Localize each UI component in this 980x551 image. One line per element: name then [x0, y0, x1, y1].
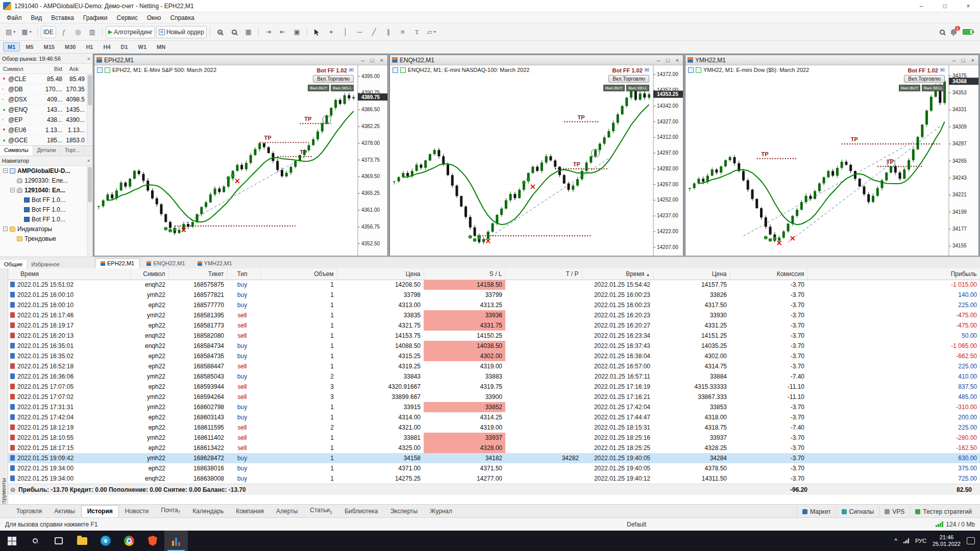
history-column-3[interactable]: Тип: [227, 268, 260, 280]
ide-button[interactable]: IDE: [41, 26, 56, 38]
tray-expand-icon[interactable]: ^: [894, 537, 897, 544]
taskbar-search-button[interactable]: [23, 531, 47, 551]
timeframe-H4[interactable]: H4: [99, 42, 115, 52]
navigator-tab-Общие[interactable]: Общие: [0, 260, 27, 268]
chart-template-button[interactable]: ▦▾: [19, 26, 34, 38]
history-row[interactable]: 2022.01.25 17:07:05 eph22 168593944 sell…: [8, 382, 980, 392]
menu-1[interactable]: Вид: [27, 13, 47, 22]
tree-expander-icon[interactable]: −: [3, 168, 8, 173]
algo-trading-button[interactable]: ▶Алготрейдинг: [106, 26, 155, 38]
menu-0[interactable]: Файл: [2, 13, 27, 22]
channel-tool-button[interactable]: ∥: [382, 26, 395, 38]
toolbox-tab-История[interactable]: История: [81, 505, 119, 517]
market-watch-row[interactable]: ▼@EU6 1.13... 1.13...: [0, 125, 92, 135]
zoom-out-button[interactable]: –: [228, 26, 241, 38]
exit-buy-button[interactable]: Вых.BUY: [603, 85, 625, 91]
chart-tab-YMH22,M1[interactable]: YMH22,M1: [192, 258, 238, 268]
navigator-item[interactable]: − 1291040: Ел...: [0, 185, 92, 195]
chart-minimize-button[interactable]: –: [950, 57, 958, 63]
chart-close-button[interactable]: ×: [674, 57, 681, 63]
task-view-button[interactable]: [47, 531, 70, 551]
tree-expander-icon[interactable]: −: [3, 227, 8, 231]
mail-icon[interactable]: ✉: [645, 67, 649, 73]
history-row[interactable]: 2022.01.25 17:07:02 ymh22 168594264 sell…: [8, 392, 980, 402]
history-row[interactable]: 2022.01.25 16:00:10 eph22 168577770 buy …: [8, 300, 980, 310]
chrome-icon[interactable]: [117, 531, 141, 551]
tree-expander-icon[interactable]: −: [10, 188, 15, 192]
chart-restore-button[interactable]: □: [960, 57, 967, 63]
timeframe-M15[interactable]: M15: [39, 42, 59, 52]
toolbox-tab-Алерты[interactable]: Алерты: [270, 505, 304, 517]
maximize-button[interactable]: □: [933, 0, 957, 12]
zoom-in-button[interactable]: +: [213, 26, 227, 38]
chart-close-button[interactable]: ×: [378, 57, 385, 63]
panel-button-Маркет[interactable]: Маркет: [797, 506, 836, 517]
navigator-item[interactable]: − Индикаторы: [0, 224, 92, 234]
toolbox-tab-Календарь[interactable]: Календарь: [187, 505, 230, 517]
brave-icon[interactable]: [141, 531, 164, 551]
history-row[interactable]: 2022.01.25 19:34:00 eph22 168638016 buy …: [8, 463, 980, 473]
status-profile[interactable]: Default: [627, 521, 646, 528]
market-watch-row[interactable]: ▪@DSX 409... 4098.5: [0, 94, 92, 105]
toolbox-tab-Эксперты[interactable]: Эксперты: [384, 505, 424, 517]
history-column-11[interactable]: Прибыль: [807, 268, 980, 280]
timeframe-M30[interactable]: M30: [60, 42, 80, 52]
market-watch-close-icon[interactable]: ×: [87, 56, 90, 62]
trendline-tool-button[interactable]: ╱: [368, 26, 381, 38]
grid-toggle-button[interactable]: ▦: [242, 26, 255, 38]
cursor-tool-button[interactable]: [310, 26, 324, 38]
toolbox-tab-Статьи[interactable]: Статьи1: [304, 504, 338, 517]
market-watch-scrollbar[interactable]: [87, 74, 92, 144]
timeframe-H1[interactable]: H1: [81, 42, 97, 52]
menu-5[interactable]: Окно: [142, 13, 166, 22]
history-row[interactable]: 2022.01.25 16:20:13 enqh22 168582080 sel…: [8, 331, 980, 341]
menu-4[interactable]: Сервис: [112, 13, 142, 22]
chart-type-button[interactable]: ▤▾: [3, 26, 18, 38]
chart-minimize-button[interactable]: –: [655, 57, 662, 63]
chart-window-titlebar[interactable]: ENQH22,M1 – □ ×: [390, 55, 683, 65]
close-button[interactable]: ×: [957, 0, 980, 12]
history-row[interactable]: 2022.01.25 16:17:46 ymh22 168581395 sell…: [8, 310, 980, 320]
toolbox-tab-Журнал[interactable]: Журнал: [424, 505, 458, 517]
toolbox-tab-Компания[interactable]: Компания: [230, 505, 270, 517]
search-icon[interactable]: [940, 30, 945, 35]
chart-close-button[interactable]: ×: [969, 57, 976, 63]
objects-list-button[interactable]: ◎: [71, 26, 85, 38]
market-watch-row[interactable]: ▲@GCE 185... 1853.0: [0, 135, 92, 145]
timeframe-M5[interactable]: M5: [21, 42, 38, 52]
menu-2[interactable]: Вставка: [46, 13, 79, 22]
timeframe-W1[interactable]: W1: [134, 42, 152, 52]
exit-sell-button[interactable]: Вых.SELL: [626, 85, 649, 91]
history-row[interactable]: 2022.01.25 19:34:00 enqh22 168638008 buy…: [8, 473, 980, 484]
history-column-10[interactable]: Комиссия: [730, 268, 807, 280]
horizontal-line-tool-button[interactable]: ─: [353, 26, 366, 38]
navigator-item[interactable]: − AMPGlobalEU-D...: [0, 166, 92, 176]
enable-trading-button[interactable]: Вкл.Торговлю: [608, 75, 649, 83]
history-row[interactable]: 2022.01.25 17:31:31 ymh22 168602798 buy …: [8, 402, 980, 412]
chart-restore-button[interactable]: □: [664, 57, 672, 63]
history-row[interactable]: 2022.01.25 19:09:42 ymh22 168628472 buy …: [8, 453, 980, 463]
exit-buy-button[interactable]: Вых.BUY: [899, 85, 920, 91]
timeframe-M1[interactable]: M1: [3, 42, 20, 52]
file-explorer-icon[interactable]: [70, 531, 94, 551]
market-watch-tab-Торг...[interactable]: Торг...: [60, 146, 84, 156]
history-row[interactable]: 2022.01.25 16:52:18 eph22 168588447 sell…: [8, 361, 980, 371]
new-order-button[interactable]: +Новый ордер: [156, 26, 207, 38]
navigator-close-icon[interactable]: ×: [87, 158, 90, 164]
toolbox-tab-Торговля[interactable]: Торговля: [10, 505, 48, 517]
history-column-5[interactable]: Цена: [337, 268, 424, 280]
navigator-item[interactable]: Bot FF 1.0...: [0, 205, 92, 214]
market-watch-row[interactable]: ▲@ENQ 143... 1435...: [0, 105, 92, 115]
toolbox-tab-Новости[interactable]: Новости: [119, 505, 155, 517]
history-column-2[interactable]: Тикет: [168, 268, 227, 280]
history-row[interactable]: 2022.01.25 16:35:02 eph22 168584735 buy …: [8, 351, 980, 361]
start-button[interactable]: [0, 531, 23, 551]
text-tool-button[interactable]: T: [410, 26, 424, 38]
vertical-line-tool-button[interactable]: │: [339, 26, 352, 38]
market-watch-row[interactable]: ▪@EP 438... 4390...: [0, 115, 92, 125]
metatrader-taskbar-icon[interactable]: [164, 531, 188, 551]
panel-button-VPS[interactable]: VPS: [879, 506, 910, 517]
market-depth-button[interactable]: ▥: [86, 26, 99, 38]
chart-shift-button[interactable]: ⇤: [276, 26, 289, 38]
history-row[interactable]: 2022.01.25 16:35:01 enqh22 168584734 buy…: [8, 341, 980, 351]
